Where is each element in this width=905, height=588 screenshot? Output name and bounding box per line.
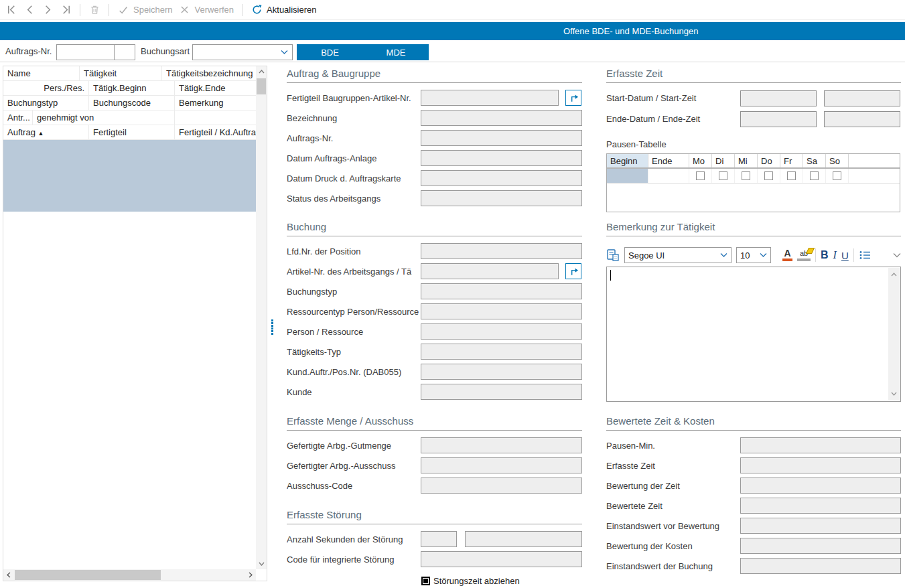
discard-button[interactable]: Verwerfen	[179, 4, 234, 16]
status-arbeitsgang-field[interactable]	[421, 190, 582, 206]
font-color-icon[interactable]: A	[782, 249, 792, 261]
day-checkbox-sa[interactable]	[810, 171, 819, 180]
next-record-icon[interactable]	[42, 4, 54, 16]
bewertung-kosten-field[interactable]	[740, 538, 901, 554]
person-ressource-field[interactable]	[421, 323, 582, 340]
gutmenge-field[interactable]	[421, 437, 582, 453]
pausen-header-cell[interactable]: Mi	[735, 154, 758, 167]
day-checkbox-do[interactable]	[764, 171, 773, 180]
grid-header-cell[interactable]: Tätigk.Beginn	[89, 81, 175, 95]
underline-button[interactable]: U	[841, 250, 849, 261]
day-checkbox-mo[interactable]	[696, 171, 705, 180]
auftrags-nr-field[interactable]	[421, 130, 582, 146]
previous-record-icon[interactable]	[23, 4, 36, 16]
notes-scrollbar[interactable]	[888, 268, 900, 400]
scroll-left-icon[interactable]	[3, 569, 14, 580]
pausen-header-cell[interactable]: Fr	[780, 154, 803, 167]
scroll-down-icon[interactable]	[888, 388, 900, 399]
auftrags-nr-input[interactable]	[56, 44, 115, 60]
ausschuss-code-field[interactable]	[421, 477, 582, 494]
stoerung-sekunden-field2[interactable]	[465, 531, 582, 547]
scroll-up-icon[interactable]	[888, 269, 900, 280]
grid-header-cell[interactable]: Tätigk.Ende	[175, 81, 267, 95]
grid-selected-empty-row[interactable]	[3, 140, 257, 212]
artikel-nr-arbeitsgang-field[interactable]	[421, 263, 559, 279]
bold-button[interactable]: B	[821, 249, 829, 261]
datum-auftrags-anlage-field[interactable]	[421, 150, 582, 166]
day-checkbox-di[interactable]	[719, 171, 727, 180]
font-family-select[interactable]: Segoe UI	[624, 247, 732, 263]
start-datum-field[interactable]	[740, 90, 817, 106]
kunde-field[interactable]	[421, 384, 582, 400]
ende-datum-field[interactable]	[740, 111, 817, 127]
pausen-header-cell[interactable]: Do	[758, 154, 780, 167]
grid-header-cell[interactable]: Tätigkeitsbezeichnung	[162, 66, 267, 80]
first-record-icon[interactable]	[5, 4, 17, 16]
start-zeit-field[interactable]	[824, 90, 900, 106]
day-checkbox-so[interactable]	[833, 171, 841, 180]
scroll-right-icon[interactable]	[245, 569, 256, 580]
bewertung-zeit-field[interactable]	[740, 477, 901, 494]
ende-zeit-field[interactable]	[824, 111, 900, 127]
refresh-button[interactable]: Aktualisieren	[251, 4, 316, 16]
delete-icon[interactable]	[88, 4, 100, 16]
buchungstyp-field[interactable]	[421, 283, 582, 299]
highlight-icon[interactable]: ab	[797, 250, 811, 261]
bewertete-zeit-field[interactable]	[740, 498, 901, 514]
grid-header-cell[interactable]: Antr...	[3, 111, 33, 125]
grid-header-cell[interactable]: Fertigteil	[89, 125, 175, 139]
pausen-header-cell[interactable]: Mo	[689, 154, 712, 167]
ausschuss-field[interactable]	[421, 457, 582, 473]
day-checkbox-mi[interactable]	[742, 171, 750, 180]
grid-header-cell[interactable]: Buchungscode	[89, 96, 175, 110]
stoerung-code-field[interactable]	[421, 551, 582, 567]
grid-horizontal-scrollbar[interactable]	[3, 569, 256, 581]
grid-header-cell-sorted[interactable]: Auftrag ▲	[3, 125, 89, 139]
pausen-header-cell[interactable]: Ende	[648, 154, 689, 167]
pausen-ende-cell[interactable]	[648, 169, 689, 183]
taetigkeits-typ-field[interactable]	[421, 344, 582, 360]
pausen-beginn-cell[interactable]	[607, 169, 648, 183]
pausen-header-cell[interactable]: Beginn	[607, 154, 648, 167]
grid-header-cell[interactable]: genehmigt von	[33, 111, 175, 125]
drilldown-button[interactable]	[565, 263, 581, 279]
erfasste-zeit-field[interactable]	[740, 457, 901, 473]
italic-button[interactable]: I	[833, 249, 837, 261]
datum-druck-auftragskarte-field[interactable]	[421, 170, 582, 186]
kundauftr-posnr-field[interactable]	[421, 364, 582, 380]
stoerungszeit-checkbox[interactable]	[421, 577, 430, 585]
drilldown-button[interactable]	[565, 90, 581, 106]
last-record-icon[interactable]	[60, 4, 72, 16]
day-checkbox-fr[interactable]	[787, 171, 796, 180]
stoerung-sekunden-field[interactable]	[421, 531, 457, 547]
pausen-header-cell[interactable]: So	[826, 154, 849, 167]
fertigteil-baugruppen-artikel-nr-field[interactable]	[421, 90, 559, 106]
grid-header-cell[interactable]: Buchungstyp	[3, 96, 89, 110]
einstandswert-buchung-field[interactable]	[740, 558, 901, 574]
grid-header-cell[interactable]	[175, 111, 267, 125]
grid-header-cell[interactable]: Fertigteil / Kd.Auftrag	[175, 125, 267, 139]
tab-mde[interactable]: MDE	[363, 44, 429, 60]
pausen-min-field[interactable]	[740, 437, 901, 453]
more-options-chevron-icon[interactable]	[893, 252, 901, 258]
scrollbar-thumb[interactable]	[15, 570, 161, 580]
scroll-down-icon[interactable]	[256, 559, 267, 569]
scrollbar-thumb[interactable]	[257, 78, 266, 94]
grid-header-cell[interactable]: Bemerkung	[175, 96, 267, 110]
grid-header-cell[interactable]: Name	[3, 66, 80, 80]
font-size-select[interactable]: 10	[736, 247, 771, 263]
buchungsart-select[interactable]	[192, 44, 293, 60]
save-button[interactable]: Speichern	[117, 4, 173, 16]
panel-splitter-handle[interactable]	[271, 319, 273, 335]
ressourcentyp-field[interactable]	[421, 303, 582, 319]
bullet-list-icon[interactable]	[859, 250, 872, 261]
lfdnr-position-field[interactable]	[421, 243, 582, 259]
grid-header-cell[interactable]: Pers./Res.	[3, 81, 89, 95]
grid-header-cell[interactable]: Tätigkeit	[80, 66, 162, 80]
einstandswert-vor-bewertung-field[interactable]	[740, 518, 901, 534]
pausen-header-cell[interactable]: Sa	[803, 154, 826, 167]
tab-bde[interactable]: BDE	[297, 44, 363, 60]
paste-icon[interactable]	[606, 248, 620, 262]
scroll-up-icon[interactable]	[256, 66, 267, 77]
pausen-header-cell[interactable]: Di	[712, 154, 735, 167]
